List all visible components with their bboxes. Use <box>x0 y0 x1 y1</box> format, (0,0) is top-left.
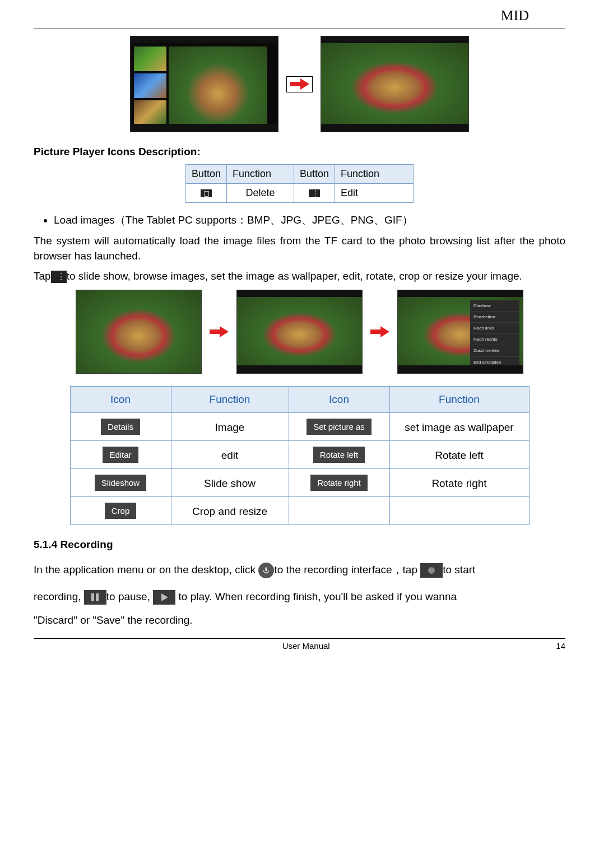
microphone-icon <box>258 563 274 578</box>
rec-text-2c: to play. When recording finish, you'll b… <box>175 591 457 602</box>
empty-cell <box>389 497 529 525</box>
pause-button-icon <box>84 590 106 605</box>
table-row: Details Image Set picture as set image a… <box>70 413 529 441</box>
tablet-screenshot-context-menu: DiashowBearbeitenNach linksNach rechtsZu… <box>397 290 523 374</box>
rec-text-1b: to the recording interface，tap <box>274 564 417 575</box>
recording-para-1: In the application menu or on the deskto… <box>34 559 565 581</box>
th-button-2: Button <box>294 164 335 183</box>
page-number: 14 <box>556 640 565 652</box>
footer-title: User Manual <box>56 640 556 652</box>
bt-h2: Function <box>171 386 289 413</box>
rec-text-1a: In the application menu or on the deskto… <box>34 564 258 575</box>
table-row: Crop Crop and resize <box>70 497 529 525</box>
para-auto-load: The system will automatically load the i… <box>34 234 565 263</box>
bt-h4: Function <box>389 386 529 413</box>
context-menu: DiashowBearbeitenNach linksNach rechtsZu… <box>470 300 519 374</box>
fn-crop: Crop and resize <box>171 497 289 525</box>
tablet-screenshot-noui <box>76 290 202 374</box>
rec-text-2a: recording, <box>34 591 84 602</box>
arrow-box <box>286 76 313 92</box>
fn-wallpaper: set image as wallpaper <box>389 413 529 441</box>
arrow-right-icon <box>210 326 229 337</box>
picture-player-title: Picture Player Icons Description: <box>34 145 565 160</box>
bullet-load-images: Load images（The Tablet PC supports：BMP、J… <box>54 213 565 228</box>
chip-slideshow: Slideshow <box>95 475 146 491</box>
play-button-icon <box>153 590 175 605</box>
button-function-table: Button Function Button Function Delete E… <box>185 164 414 203</box>
screenshots-row-1 <box>34 36 565 132</box>
para2-post: to slide show, browse images, set the im… <box>67 270 522 282</box>
th-button-1: Button <box>185 164 226 183</box>
table-row: Slideshow Slide show Rotate right Rotate… <box>70 469 529 497</box>
arrow-right-icon <box>290 78 309 90</box>
trash-icon <box>201 189 212 197</box>
cell-edit: Edit <box>335 184 414 203</box>
header-rule <box>34 29 565 29</box>
section-514-title: 5.1.4 Recording <box>34 537 565 553</box>
menu-overflow-icon <box>51 271 67 283</box>
cell-delete: Delete <box>227 184 294 203</box>
tablet-screenshot-image <box>321 36 469 132</box>
tablet-screenshot-gallery <box>130 36 278 132</box>
bullet-list: Load images（The Tablet PC supports：BMP、J… <box>54 213 565 228</box>
record-button-icon <box>420 563 443 578</box>
chip-rotate-right: Rotate right <box>310 475 368 491</box>
rec-text-1c: to start <box>443 564 475 575</box>
para2-pre: Tap <box>34 270 51 282</box>
fn-rotate-left: Rotate left <box>389 441 529 469</box>
fn-image: Image <box>171 413 289 441</box>
fn-rotate-right: Rotate right <box>389 469 529 497</box>
th-function-2: Function <box>335 164 414 183</box>
recording-para-2: recording, to pause, to play. When recor… <box>34 586 565 607</box>
chip-rotate-left: Rotate left <box>313 447 365 463</box>
para-tap-options: Tapto slide show, browse images, set the… <box>34 269 565 284</box>
menu-icon <box>309 189 320 197</box>
arrow-right-icon <box>370 326 389 337</box>
page-header: MID <box>34 0 565 29</box>
header-title: MID <box>500 7 529 24</box>
page-footer: User Manual 14 <box>34 638 565 652</box>
chip-crop: Crop <box>105 503 137 519</box>
icon-function-table: Icon Function Icon Function Details Imag… <box>70 386 530 526</box>
fn-slideshow: Slide show <box>171 469 289 497</box>
fn-edit: edit <box>171 441 289 469</box>
bt-h3: Icon <box>289 386 389 413</box>
tablet-screenshot-withbar <box>236 290 363 374</box>
table-row: Editar edit Rotate left Rotate left <box>70 441 529 469</box>
empty-cell <box>289 497 389 525</box>
screenshots-row-2: DiashowBearbeitenNach linksNach rechtsZu… <box>34 290 565 374</box>
bt-h1: Icon <box>70 386 171 413</box>
chip-set-picture-as: Set picture as <box>307 419 372 435</box>
recording-para-3: "Discard" or "Save" the recording. <box>34 613 565 628</box>
chip-editar: Editar <box>103 447 138 463</box>
chip-details: Details <box>101 419 140 435</box>
rec-text-2b: to pause, <box>106 591 150 602</box>
th-function-1: Function <box>227 164 294 183</box>
